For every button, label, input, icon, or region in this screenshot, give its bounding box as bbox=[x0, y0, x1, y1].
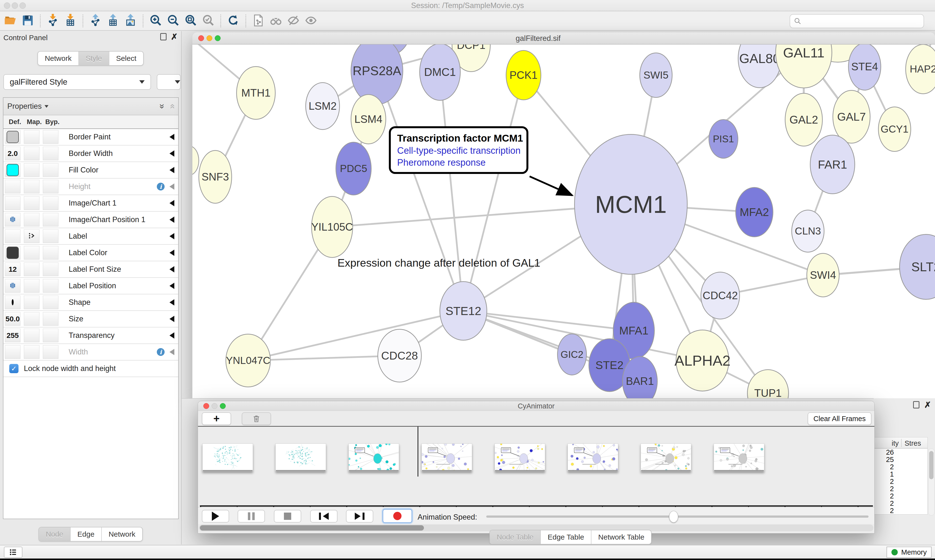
bypass-cell[interactable] bbox=[43, 180, 59, 194]
property-row-width[interactable]: Widthi bbox=[3, 344, 178, 360]
node-swi4[interactable]: SWI4 bbox=[807, 253, 839, 297]
float-panel-icon[interactable] bbox=[913, 401, 920, 408]
tab-network[interactable]: Network bbox=[38, 52, 79, 65]
annotation-link[interactable]: Cell-type-specific transcription bbox=[397, 146, 520, 156]
default-value-cell[interactable] bbox=[5, 163, 20, 177]
default-value-cell[interactable] bbox=[5, 229, 20, 243]
skip-to-start-button[interactable] bbox=[310, 510, 338, 523]
style-options-button[interactable] bbox=[157, 74, 181, 90]
expand-property-icon[interactable] bbox=[170, 283, 174, 289]
bypass-cell[interactable] bbox=[43, 213, 59, 226]
import-table-button[interactable] bbox=[62, 13, 79, 29]
bypass-cell[interactable] bbox=[43, 312, 59, 326]
zoom-fit-button[interactable] bbox=[182, 13, 199, 29]
search-input[interactable] bbox=[804, 17, 916, 25]
default-value-cell[interactable] bbox=[5, 213, 20, 226]
zoom-window-button[interactable] bbox=[220, 403, 226, 409]
pause-button[interactable] bbox=[238, 510, 265, 523]
node-cdc42[interactable]: CDC42 bbox=[700, 272, 740, 319]
mapping-cell[interactable] bbox=[24, 180, 39, 194]
mapping-cell[interactable] bbox=[24, 229, 39, 243]
node-pdc5[interactable]: PDC5 bbox=[336, 142, 372, 195]
record-button[interactable] bbox=[383, 509, 412, 523]
expand-property-icon[interactable] bbox=[170, 349, 174, 355]
close-panel-icon[interactable]: ✗ bbox=[924, 401, 931, 408]
property-row-border-paint[interactable]: Border Paint bbox=[3, 129, 178, 146]
default-value-cell[interactable] bbox=[5, 279, 20, 293]
node-mfa2[interactable]: MFA2 bbox=[735, 187, 773, 237]
node-pck1[interactable]: PCK1 bbox=[506, 50, 541, 100]
lock-size-checkbox[interactable]: ✓ bbox=[9, 364, 19, 373]
bypass-cell[interactable] bbox=[43, 329, 59, 342]
mapping-cell[interactable] bbox=[24, 345, 39, 359]
task-history-button[interactable] bbox=[4, 547, 22, 558]
tab-node-table[interactable]: Node Table bbox=[490, 530, 540, 544]
node-cdc28[interactable]: CDC28 bbox=[377, 329, 422, 382]
node-gcy1[interactable]: GCY1 bbox=[878, 106, 911, 152]
default-value-cell[interactable] bbox=[5, 295, 20, 309]
tab-select[interactable]: Select bbox=[109, 52, 143, 65]
table-vertical-scrollbar[interactable] bbox=[928, 448, 935, 515]
expand-property-icon[interactable] bbox=[170, 299, 174, 306]
clear-all-frames-button[interactable]: Clear All Frames bbox=[808, 412, 872, 425]
collapse-all-icon[interactable]: » bbox=[167, 104, 177, 109]
style-selector[interactable]: galFiltered Style bbox=[3, 74, 151, 90]
mapping-cell[interactable] bbox=[24, 196, 39, 210]
refresh-view-button[interactable] bbox=[224, 13, 242, 29]
close-window-button[interactable] bbox=[203, 403, 209, 409]
default-value-cell[interactable] bbox=[5, 246, 20, 260]
show-all-button[interactable] bbox=[302, 13, 320, 29]
default-value-cell[interactable] bbox=[5, 196, 20, 210]
frame-thumbnail-4[interactable] bbox=[495, 443, 545, 471]
node-dmc1[interactable]: DMC1 bbox=[419, 45, 461, 101]
default-value-cell[interactable] bbox=[5, 130, 20, 144]
node-ynl047c[interactable]: YNL047C bbox=[225, 334, 271, 387]
table-row[interactable]: 2 bbox=[874, 478, 927, 485]
bypass-cell[interactable] bbox=[43, 229, 59, 243]
bypass-cell[interactable] bbox=[43, 196, 59, 210]
node-lsm4[interactable]: LSM4 bbox=[350, 94, 386, 144]
table-row[interactable]: 2 bbox=[874, 485, 927, 492]
default-value-cell[interactable] bbox=[5, 180, 20, 194]
frame-thumbnail-3[interactable] bbox=[421, 443, 472, 471]
search-network-button[interactable] bbox=[267, 13, 285, 29]
properties-header[interactable]: Properties » » bbox=[3, 98, 178, 115]
default-value-cell[interactable]: 255 bbox=[5, 329, 20, 342]
node-snf3[interactable]: SNF3 bbox=[199, 150, 232, 204]
add-frame-button[interactable]: + bbox=[202, 412, 231, 425]
node-mcm1[interactable]: MCM1 bbox=[574, 134, 688, 275]
default-value-cell[interactable]: 12 bbox=[5, 263, 20, 276]
table-row[interactable]: 2 bbox=[874, 507, 927, 514]
node-ste12[interactable]: STE12 bbox=[440, 281, 487, 341]
tab-network-table[interactable]: Network Table bbox=[591, 530, 651, 544]
expand-property-icon[interactable] bbox=[170, 200, 174, 206]
open-session-button[interactable] bbox=[2, 13, 19, 29]
node-gic2[interactable]: GIC2 bbox=[557, 334, 587, 375]
zoom-out-button[interactable] bbox=[164, 13, 182, 29]
stop-button[interactable] bbox=[274, 510, 301, 523]
tab-style[interactable]: Style bbox=[79, 52, 109, 65]
node-pis1[interactable]: PIS1 bbox=[708, 119, 738, 158]
expand-property-icon[interactable] bbox=[170, 249, 174, 256]
bypass-cell[interactable] bbox=[43, 163, 59, 177]
frame-thumbnail-5[interactable] bbox=[568, 443, 618, 471]
node-ste4[interactable]: STE4 bbox=[848, 45, 881, 91]
expand-property-icon[interactable] bbox=[170, 233, 174, 239]
node-yil105c[interactable]: YIL105C bbox=[311, 196, 353, 258]
mapping-cell[interactable] bbox=[24, 263, 39, 276]
mapping-cell[interactable] bbox=[24, 295, 39, 309]
node-lsm2[interactable]: LSM2 bbox=[305, 82, 340, 130]
zoom-selected-button[interactable] bbox=[199, 13, 217, 29]
bypass-cell[interactable] bbox=[43, 130, 59, 144]
mapping-cell[interactable] bbox=[24, 312, 39, 326]
close-window-button[interactable] bbox=[198, 35, 204, 41]
property-row-label[interactable]: Label bbox=[3, 228, 178, 245]
skip-to-end-button[interactable] bbox=[346, 510, 373, 523]
frame-thumbnail-0[interactable] bbox=[202, 443, 253, 471]
mapping-cell[interactable] bbox=[24, 329, 39, 342]
timeline-playhead[interactable] bbox=[418, 427, 418, 477]
expand-property-icon[interactable] bbox=[170, 167, 174, 173]
bypass-cell[interactable] bbox=[43, 147, 59, 160]
property-row-label-position[interactable]: Label Position bbox=[3, 278, 178, 294]
tab-edge[interactable]: Edge bbox=[70, 528, 101, 541]
